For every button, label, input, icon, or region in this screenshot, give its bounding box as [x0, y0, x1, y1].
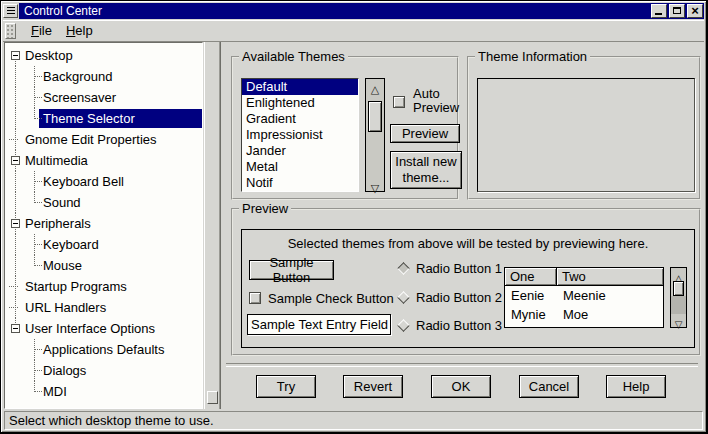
tree-item-label: Keyboard [5, 234, 202, 255]
tree-item-label: MDI [5, 381, 202, 402]
maximize-button[interactable] [669, 4, 685, 18]
table-cell: Moe [557, 305, 663, 324]
preview-group: Preview Selected themes from above will … [231, 208, 701, 356]
window-controls [648, 3, 704, 19]
tree-item-keyboard-bell[interactable]: Keyboard Bell [5, 171, 202, 192]
tree-item-label: Multimedia [5, 150, 202, 171]
tree-item-user-interface-options[interactable]: User Interface Options [5, 318, 202, 339]
menu-item-file[interactable]: File [24, 21, 59, 41]
table-header-cell[interactable]: One [505, 268, 557, 286]
tree-item-gnome-edit-properties[interactable]: Gnome Edit Properties [5, 129, 202, 150]
install-new-theme-button[interactable]: Install new theme... [390, 151, 462, 189]
button-separator [226, 363, 698, 367]
radio-button-icon[interactable] [397, 291, 410, 304]
theme-list-item[interactable]: Default [242, 79, 358, 95]
tree-item-background[interactable]: Background [5, 66, 202, 87]
theme-list-scrollbar[interactable] [365, 78, 385, 192]
available-themes-title: Available Themes [239, 50, 348, 64]
sample-table-scrollbar[interactable] [670, 267, 687, 328]
table-row[interactable]: MynieMoe [505, 305, 663, 324]
scrollbar-thumb[interactable] [368, 101, 382, 132]
radio-button-label[interactable]: Radio Button 1 [416, 262, 502, 276]
menubar-grip-handle[interactable] [5, 23, 16, 39]
window-menu-icon[interactable] [3, 4, 18, 18]
table-cell: Eenie [505, 286, 557, 305]
tree-item-mdi[interactable]: MDI [5, 381, 202, 402]
table-cell: Mynie [505, 305, 557, 324]
sample-table[interactable]: OneTwo EenieMeenieMynieMoe [504, 267, 664, 328]
theme-list[interactable]: DefaultEnlightenedGradientImpressionistJ… [241, 78, 359, 192]
try-button[interactable]: Try [256, 375, 316, 398]
tree-item-label: User Interface Options [5, 318, 202, 339]
scrollbar-thumb[interactable] [673, 281, 684, 296]
sample-check-label[interactable]: Sample Check Button [268, 291, 394, 306]
tree-item-label: Dialogs [5, 360, 202, 381]
tree-item-peripherals[interactable]: Peripherals [5, 213, 202, 234]
scrollbar-trough[interactable] [671, 296, 686, 314]
tree-item-desktop[interactable]: Desktop [5, 45, 202, 66]
scroll-up-icon[interactable] [671, 268, 686, 281]
theme-list-item[interactable]: Notif [242, 175, 358, 191]
preview-caption: Selected themes from above will be teste… [242, 236, 694, 251]
minimize-button[interactable] [651, 4, 667, 18]
auto-preview-checkbox[interactable] [393, 96, 405, 108]
tree-item-url-handlers[interactable]: URL Handlers [5, 297, 202, 318]
main-area: DesktopBackgroundScreensaverTheme Select… [3, 42, 704, 409]
tree-item-keyboard[interactable]: Keyboard [5, 234, 202, 255]
radio-button-icon[interactable] [397, 319, 410, 332]
menu-item-help[interactable]: Help [59, 21, 100, 41]
close-button[interactable] [687, 4, 703, 18]
radio-button-icon[interactable] [397, 262, 410, 275]
preview-button[interactable]: Preview [390, 124, 460, 143]
pane-divider-handle[interactable] [207, 391, 218, 404]
theme-list-item[interactable]: Metal [242, 159, 358, 175]
table-header-cell[interactable]: Two [557, 268, 663, 286]
window-title: Control Center [19, 3, 648, 19]
sample-table-body[interactable]: EenieMeenieMynieMoe [505, 286, 663, 324]
theme-information-group: Theme Information [467, 56, 701, 200]
theme-information-box [477, 78, 695, 192]
scroll-down-icon[interactable] [671, 314, 686, 327]
sample-table-header[interactable]: OneTwo [505, 268, 663, 286]
sample-button[interactable]: Sample Button [249, 260, 334, 280]
tree-item-label: Peripherals [5, 213, 202, 234]
tree-item-label: Gnome Edit Properties [5, 129, 202, 150]
table-row[interactable]: EenieMeenie [505, 286, 663, 305]
tree-item-theme-selector[interactable]: Theme Selector [5, 108, 202, 129]
available-themes-group: Available Themes DefaultEnlightenedGradi… [231, 56, 459, 200]
theme-information-title: Theme Information [475, 50, 590, 64]
tree-item-startup-programs[interactable]: Startup Programs [5, 276, 202, 297]
radio-button-label[interactable]: Radio Button 2 [416, 291, 502, 305]
tree-item-multimedia[interactable]: Multimedia [5, 150, 202, 171]
help-button[interactable]: Help [606, 375, 666, 398]
revert-button[interactable]: Revert [343, 375, 403, 398]
tree-item-applications-defaults[interactable]: Applications Defaults [5, 339, 202, 360]
tree-item-screensaver[interactable]: Screensaver [5, 87, 202, 108]
scroll-down-icon[interactable] [366, 178, 384, 191]
tree-item-label: Sound [5, 192, 202, 213]
tree-item-mouse[interactable]: Mouse [5, 255, 202, 276]
tree-item-dialogs[interactable]: Dialogs [5, 360, 202, 381]
theme-list-item[interactable]: Jander [242, 143, 358, 159]
theme-list-item[interactable]: Enlightened [242, 95, 358, 111]
tree-item-label: Mouse [5, 255, 202, 276]
radio-button-label[interactable]: Radio Button 3 [416, 319, 502, 333]
theme-list-item[interactable]: Gradient [242, 111, 358, 127]
menu-items: FileHelp [24, 21, 100, 41]
ok-button[interactable]: OK [431, 375, 491, 398]
control-center-window: Control Center FileHelp DesktopBackgroun… [1, 1, 706, 432]
titlebar[interactable]: Control Center [3, 3, 704, 19]
settings-panel: Available Themes DefaultEnlightenedGradi… [220, 42, 704, 409]
cancel-button[interactable]: Cancel [519, 375, 579, 398]
preview-frame: Selected themes from above will be teste… [241, 229, 695, 348]
scroll-up-icon[interactable] [366, 79, 384, 92]
pane-divider[interactable] [204, 42, 220, 409]
screen: Control Center FileHelp DesktopBackgroun… [0, 0, 708, 434]
maximize-icon [673, 7, 681, 14]
theme-list-item[interactable]: Impressionist [242, 127, 358, 143]
auto-preview-label[interactable]: Auto Preview [413, 87, 471, 115]
tree-item-label: Startup Programs [5, 276, 202, 297]
sample-text-entry[interactable] [247, 314, 391, 335]
sample-check-button[interactable] [249, 292, 261, 304]
tree-item-sound[interactable]: Sound [5, 192, 202, 213]
